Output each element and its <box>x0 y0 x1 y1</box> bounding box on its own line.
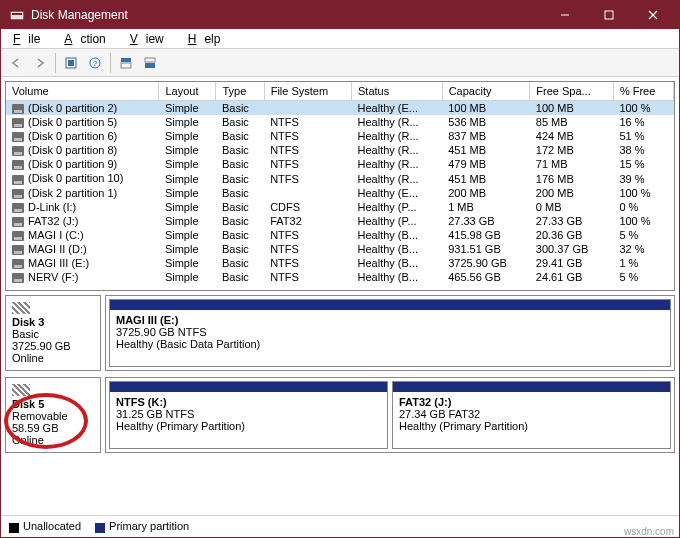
view-bottom-button[interactable] <box>139 52 161 74</box>
close-button[interactable] <box>631 1 675 29</box>
disk-icon <box>12 302 30 314</box>
table-row[interactable]: (Disk 2 partition 1)SimpleBasicHealthy (… <box>6 186 674 200</box>
cell-text: (Disk 0 partition 5) <box>28 116 117 128</box>
legend-bar: Unallocated Primary partition <box>1 515 679 537</box>
refresh-button[interactable] <box>60 52 82 74</box>
volume-icon <box>12 259 24 269</box>
table-row[interactable]: (Disk 0 partition 8)SimpleBasicNTFSHealt… <box>6 143 674 157</box>
table-row[interactable]: D-Link (I:)SimpleBasicCDFSHealthy (P...1… <box>6 200 674 214</box>
column-header[interactable]: % Free <box>613 82 673 101</box>
table-row[interactable]: MAGI II (D:)SimpleBasicNTFSHealthy (B...… <box>6 242 674 256</box>
cell-text: 172 MB <box>536 144 574 156</box>
menu-file[interactable]: File <box>5 30 56 48</box>
cell-text: NTFS <box>270 229 299 241</box>
cell-text: (Disk 0 partition 9) <box>28 158 117 170</box>
volume-icon <box>12 203 24 213</box>
minimize-button[interactable] <box>543 1 587 29</box>
cell-text: (Disk 0 partition 6) <box>28 130 117 142</box>
cell-text: Healthy (R... <box>358 116 419 128</box>
cell-text: 24.61 GB <box>536 271 582 283</box>
cell-text: Basic <box>222 116 249 128</box>
menu-help[interactable]: Help <box>180 30 237 48</box>
table-row[interactable]: MAGI I (C:)SimpleBasicNTFSHealthy (B...4… <box>6 228 674 242</box>
cell-text: Healthy (B... <box>358 229 419 241</box>
cell-text: Basic <box>222 229 249 241</box>
cell-text: 16 % <box>619 116 644 128</box>
cell-text: Simple <box>165 257 199 269</box>
forward-button[interactable] <box>29 52 51 74</box>
table-row[interactable]: (Disk 0 partition 10)SimpleBasicNTFSHeal… <box>6 171 674 185</box>
column-header[interactable]: Volume <box>6 82 159 101</box>
disk-size: 58.59 GB <box>12 422 94 434</box>
column-header[interactable]: Capacity <box>442 82 530 101</box>
column-header[interactable]: Layout <box>159 82 216 101</box>
disk-info-box[interactable]: Disk 3 Basic 3725.90 GB Online <box>5 295 101 371</box>
cell-text: 200 MB <box>536 187 574 199</box>
cell-text: 100 % <box>619 187 650 199</box>
table-row[interactable]: (Disk 0 partition 2)SimpleBasicHealthy (… <box>6 101 674 116</box>
column-header[interactable]: Type <box>216 82 264 101</box>
partition-health: Healthy (Basic Data Partition) <box>116 338 664 350</box>
cell-text: 424 MB <box>536 130 574 142</box>
cell-text: MAGI II (D:) <box>28 243 87 255</box>
disk-label: Disk 3 <box>12 316 94 328</box>
table-row[interactable]: FAT32 (J:)SimpleBasicFAT32Healthy (P...2… <box>6 214 674 228</box>
menu-action[interactable]: Action <box>56 30 121 48</box>
volume-table[interactable]: VolumeLayoutTypeFile SystemStatusCapacit… <box>5 81 675 291</box>
cell-text: Basic <box>222 271 249 283</box>
view-top-button[interactable] <box>115 52 137 74</box>
menu-view[interactable]: View <box>122 30 180 48</box>
column-header[interactable]: Status <box>352 82 443 101</box>
table-row[interactable]: (Disk 0 partition 6)SimpleBasicNTFSHealt… <box>6 129 674 143</box>
titlebar[interactable]: Disk Management <box>1 1 679 29</box>
cell-text: Simple <box>165 158 199 170</box>
column-header[interactable]: Free Spa... <box>530 82 614 101</box>
cell-text: CDFS <box>270 201 300 213</box>
maximize-button[interactable] <box>587 1 631 29</box>
cell-text: 1 % <box>619 257 638 269</box>
svg-rect-12 <box>145 58 155 62</box>
cell-text: 71 MB <box>536 158 568 170</box>
cell-text: 465.56 GB <box>448 271 501 283</box>
cell-text: 0 % <box>619 201 638 213</box>
volume-icon <box>12 146 24 156</box>
cell-text: NTFS <box>270 243 299 255</box>
disk-info-box[interactable]: Disk 5 Removable 58.59 GB Online <box>5 377 101 453</box>
window-title: Disk Management <box>31 8 543 22</box>
cell-text: 32 % <box>619 243 644 255</box>
svg-rect-7 <box>68 60 74 66</box>
cell-text: Simple <box>165 271 199 283</box>
swatch-blue <box>95 523 105 533</box>
cell-text: Healthy (R... <box>358 173 419 185</box>
cell-text: D-Link (I:) <box>28 201 76 213</box>
table-row[interactable]: (Disk 0 partition 5)SimpleBasicNTFSHealt… <box>6 115 674 129</box>
cell-text: 451 MB <box>448 144 486 156</box>
cell-text: Basic <box>222 144 249 156</box>
partition-container: MAGI III (E:) 3725.90 GB NTFS Healthy (B… <box>105 295 675 371</box>
volume-icon <box>12 231 24 241</box>
partition-health: Healthy (Primary Partition) <box>399 420 664 432</box>
partition-box[interactable]: FAT32 (J:) 27.34 GB FAT32 Healthy (Prima… <box>392 381 671 449</box>
cell-text: NTFS <box>270 144 299 156</box>
help-button[interactable]: ? <box>84 52 106 74</box>
cell-text: 451 MB <box>448 173 486 185</box>
table-row[interactable]: NERV (F:)SimpleBasicNTFSHealthy (B...465… <box>6 270 674 284</box>
partition-size: 27.34 GB FAT32 <box>399 408 664 420</box>
partition-box[interactable]: NTFS (K:) 31.25 GB NTFS Healthy (Primary… <box>109 381 388 449</box>
disk-type: Basic <box>12 328 94 340</box>
cell-text: 51 % <box>619 130 644 142</box>
table-row[interactable]: MAGI III (E:)SimpleBasicNTFSHealthy (B..… <box>6 256 674 270</box>
cell-text: Simple <box>165 187 199 199</box>
column-header[interactable]: File System <box>264 82 351 101</box>
cell-text: NTFS <box>270 158 299 170</box>
cell-text: 0 MB <box>536 201 562 213</box>
table-row[interactable]: (Disk 0 partition 9)SimpleBasicNTFSHealt… <box>6 157 674 171</box>
cell-text: 300.37 GB <box>536 243 589 255</box>
partition-header-bar <box>393 382 670 392</box>
back-button[interactable] <box>5 52 27 74</box>
cell-text: Healthy (R... <box>358 158 419 170</box>
legend-unallocated: Unallocated <box>9 520 81 532</box>
partition-box[interactable]: MAGI III (E:) 3725.90 GB NTFS Healthy (B… <box>109 299 671 367</box>
cell-text: NERV (F:) <box>28 271 79 283</box>
disk-size: 3725.90 GB <box>12 340 94 352</box>
